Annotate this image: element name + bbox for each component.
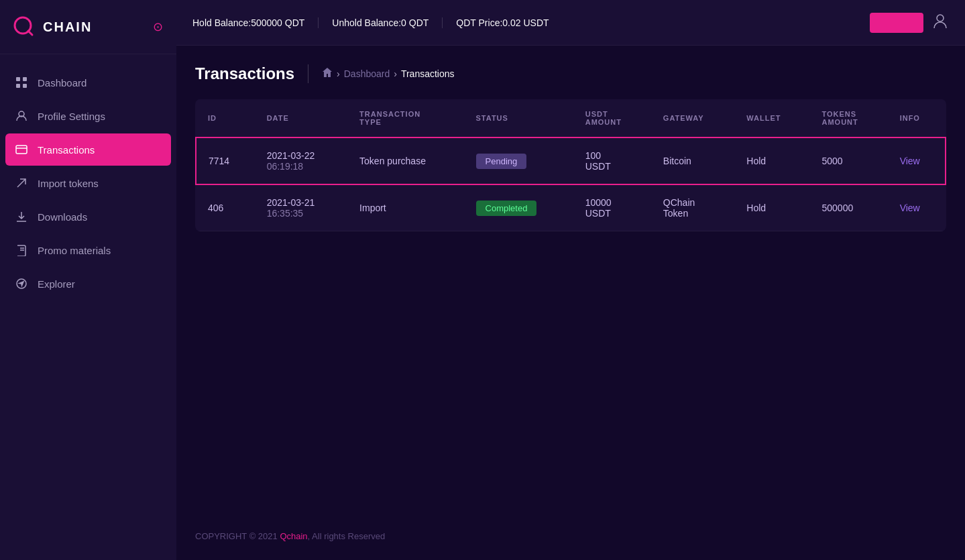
svg-line-9 xyxy=(17,179,25,187)
svg-rect-7 xyxy=(16,146,27,154)
svg-line-1 xyxy=(28,31,32,35)
cell-usdt: 10000USDT xyxy=(573,184,651,231)
unhold-label: Unhold Balance: xyxy=(332,17,401,28)
sidebar-item-dashboard[interactable]: Dashboard xyxy=(0,66,176,99)
cell-status: Completed xyxy=(464,184,573,231)
cell-date: 2021-03-2206:19:18 xyxy=(255,137,347,184)
view-link[interactable]: View xyxy=(900,203,920,213)
table-row: 7714 2021-03-2206:19:18 Token purchase P… xyxy=(196,137,946,184)
cell-wallet: Hold xyxy=(734,184,809,231)
target-icon: ⊙ xyxy=(153,19,163,34)
table-row: 406 2021-03-2116:35:35 Import Completed … xyxy=(196,184,946,231)
cell-type: Import xyxy=(347,184,463,231)
cell-id: 7714 xyxy=(196,137,255,184)
logo-area: CHAIN ⊙ xyxy=(0,0,176,54)
svg-rect-4 xyxy=(16,84,20,88)
svg-marker-14 xyxy=(19,282,23,286)
sidebar: CHAIN ⊙ Dashboard Pro xyxy=(0,0,176,560)
sidebar-item-profile-settings[interactable]: Profile Settings xyxy=(0,100,176,132)
cell-info: View xyxy=(888,137,946,184)
table-header: ID DATE TRANSACTIONTYPE STATUS USDTAMOUN… xyxy=(196,99,946,137)
breadcrumb: › Dashboard › Transactions xyxy=(322,67,454,80)
view-link[interactable]: View xyxy=(900,156,920,166)
download-icon xyxy=(15,210,28,223)
cell-gateway: QChainToken xyxy=(651,184,735,231)
transactions-icon xyxy=(15,143,28,156)
book-icon xyxy=(15,243,28,257)
sidebar-item-promo-label: Promo materials xyxy=(38,245,111,256)
col-date: DATE xyxy=(255,99,347,137)
user-profile-icon[interactable] xyxy=(931,12,949,34)
col-id: ID xyxy=(196,99,255,137)
cell-date: 2021-03-2116:35:35 xyxy=(255,184,347,231)
sidebar-item-promo-materials[interactable]: Promo materials xyxy=(0,234,176,266)
breadcrumb-sep-2: › xyxy=(394,68,397,79)
unhold-value: 0 QDT xyxy=(401,17,429,28)
svg-rect-5 xyxy=(23,84,27,88)
sidebar-item-downloads[interactable]: Downloads xyxy=(0,201,176,233)
breadcrumb-sep-1: › xyxy=(337,68,340,79)
sidebar-item-downloads-label: Downloads xyxy=(38,211,87,223)
sidebar-item-dashboard-label: Dashboard xyxy=(38,77,87,89)
sidebar-item-explorer-label: Explorer xyxy=(38,278,75,290)
col-wallet: WALLET xyxy=(734,99,809,137)
topbar-right xyxy=(870,12,949,34)
page-header: Transactions › Dashboard › Transactions xyxy=(195,64,946,83)
cell-tokens: 5000 xyxy=(810,137,888,184)
sidebar-item-explorer[interactable]: Explorer xyxy=(0,268,176,300)
cell-type: Token purchase xyxy=(347,137,463,184)
breadcrumb-dashboard[interactable]: Dashboard xyxy=(344,68,390,79)
transactions-table-wrapper: ID DATE TRANSACTIONTYPE STATUS USDTAMOUN… xyxy=(195,99,946,231)
cell-wallet: Hold xyxy=(734,137,809,184)
svg-point-15 xyxy=(937,15,944,21)
price-value: 0.02 USDT xyxy=(502,17,549,28)
sidebar-item-transactions-label: Transactions xyxy=(38,144,95,156)
col-status: STATUS xyxy=(464,99,573,137)
import-icon xyxy=(15,176,28,190)
sidebar-item-import-tokens[interactable]: Import tokens xyxy=(0,167,176,199)
breadcrumb-home-icon[interactable] xyxy=(322,67,333,80)
svg-rect-2 xyxy=(16,77,20,81)
qdt-price: QDT Price: 0.02 USDT xyxy=(456,17,549,28)
topbar-action-button[interactable] xyxy=(870,13,923,33)
cell-gateway: Bitcoin xyxy=(651,137,735,184)
compass-icon xyxy=(15,277,28,290)
breadcrumb-current: Transactions xyxy=(401,68,455,79)
col-info: INFO xyxy=(888,99,946,137)
grid-icon xyxy=(15,76,28,89)
topbar: Hold Balance: 500000 QDT Unhold Balance:… xyxy=(176,0,965,46)
svg-rect-3 xyxy=(23,77,27,81)
footer: COPYRIGHT © 2021 Qchain, All rights Rese… xyxy=(176,512,965,560)
logo-icon xyxy=(12,15,36,39)
status-badge: Pending xyxy=(476,154,527,169)
col-type: TRANSACTIONTYPE xyxy=(347,99,463,137)
sidebar-item-import-label: Import tokens xyxy=(38,178,99,189)
hold-label: Hold Balance: xyxy=(192,17,251,28)
hold-value: 500000 QDT xyxy=(251,17,304,28)
price-label: QDT Price: xyxy=(456,17,502,28)
cell-id: 406 xyxy=(196,184,255,231)
col-gateway: GATEWAY xyxy=(651,99,735,137)
transactions-table: ID DATE TRANSACTIONTYPE STATUS USDTAMOUN… xyxy=(195,99,946,231)
hold-balance: Hold Balance: 500000 QDT xyxy=(192,17,319,28)
cell-info: View xyxy=(888,184,946,231)
page-content: Transactions › Dashboard › Transactions xyxy=(176,46,965,512)
cell-usdt: 100USDT xyxy=(573,137,651,184)
footer-rights: , All rights Reserved xyxy=(308,531,386,541)
page-title: Transactions xyxy=(195,64,294,83)
status-badge: Completed xyxy=(476,201,537,216)
logo-text: CHAIN xyxy=(43,19,92,35)
sidebar-item-profile-label: Profile Settings xyxy=(38,111,105,122)
cell-status: Pending xyxy=(464,137,573,184)
footer-brand-link[interactable]: Qchain xyxy=(280,531,307,541)
user-icon xyxy=(15,109,28,123)
footer-copyright: COPYRIGHT © 2021 xyxy=(195,531,280,541)
header-divider xyxy=(308,64,308,83)
table-body: 7714 2021-03-2206:19:18 Token purchase P… xyxy=(196,137,946,231)
unhold-balance: Unhold Balance: 0 QDT xyxy=(332,17,443,28)
col-usdt: USDTAMOUNT xyxy=(573,99,651,137)
sidebar-item-transactions[interactable]: Transactions xyxy=(5,133,171,166)
col-tokens: TOKENSAMOUNT xyxy=(810,99,888,137)
sidebar-nav: Dashboard Profile Settings Transactions xyxy=(0,54,176,312)
main-content: Hold Balance: 500000 QDT Unhold Balance:… xyxy=(176,0,965,560)
